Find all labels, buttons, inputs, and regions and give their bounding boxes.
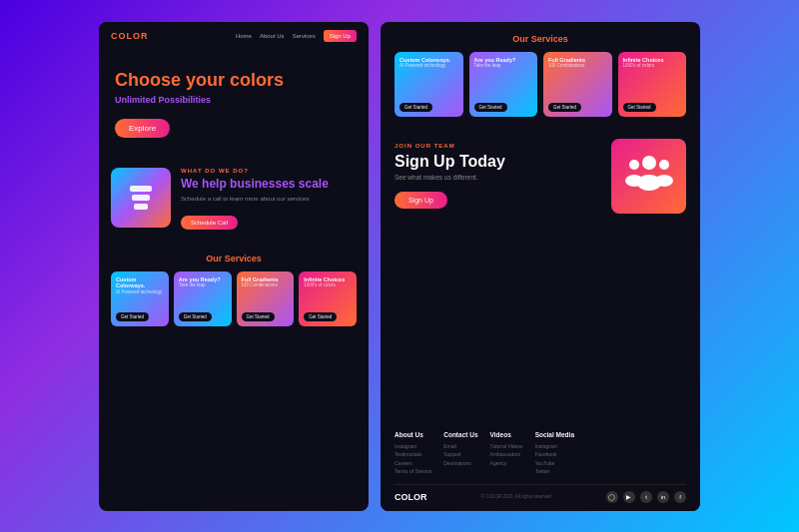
footer-bottom: COLOR © COLOR 2023. All rights reserved.…: [395, 484, 686, 503]
hero-section: Choose your colors Unlimited Possibiliti…: [99, 50, 369, 155]
service-card-4: Infinite Choices 1000's of colors Get St…: [299, 271, 357, 326]
sc4-btn[interactable]: Get Started: [304, 312, 337, 321]
footer-videos-item-1[interactable]: Ambassadors: [490, 450, 523, 459]
sc3-btn[interactable]: Get Started: [242, 312, 275, 321]
footer: About Us Instagram Testimonials Careers …: [381, 421, 700, 511]
what-desc: Schedule a call to learn more about our …: [181, 195, 357, 203]
footer-col-videos-title: Videos: [490, 431, 523, 438]
service-card-1: Custom Colorways. AI Powered technology …: [111, 271, 169, 326]
footer-col-contact: Contact Us Email Support Destinations: [443, 431, 477, 476]
sc2-btn[interactable]: Get Started: [179, 312, 212, 321]
scr3-btn[interactable]: Get Started: [548, 103, 581, 112]
footer-about-item-0[interactable]: Instagram: [395, 442, 431, 451]
hero-title: Choose your colors: [115, 70, 353, 92]
social-icon-3[interactable]: t: [640, 491, 652, 503]
footer-copyright: © COLOR 2023. All rights reserved.: [481, 494, 552, 499]
scr1-btn[interactable]: Get Started: [400, 103, 432, 112]
footer-col-videos: Videos Tutorial Videos Ambassadors Agenc…: [490, 431, 523, 476]
footer-contact-item-2[interactable]: Destinations: [443, 459, 477, 468]
scr4-btn[interactable]: Get Started: [623, 103, 656, 112]
svg-point-5: [655, 175, 673, 187]
stack-icon: [130, 186, 152, 210]
signup-content: JOIN OUR TEAM Sign Up Today See what mak…: [395, 143, 601, 208]
footer-cols: About Us Instagram Testimonials Careers …: [395, 431, 686, 476]
service-card-2: Are you Ready? Take the leap Get Started: [174, 271, 232, 326]
nav-home[interactable]: Home: [236, 33, 252, 39]
sc4-sub: 1000's of colors: [304, 282, 352, 287]
footer-about-item-3[interactable]: Terms of Service: [395, 467, 431, 476]
schedule-button[interactable]: Schedule Call: [181, 216, 238, 230]
stack-layer-1: [130, 186, 152, 192]
sc1-btn[interactable]: Get Started: [116, 312, 149, 321]
footer-social-item-2[interactable]: YouTube: [535, 459, 574, 468]
sc1-name: Custom Colorways.: [116, 276, 164, 289]
svg-point-3: [625, 175, 643, 187]
svg-point-0: [642, 156, 656, 170]
footer-contact-item-0[interactable]: Email: [443, 442, 477, 451]
footer-col-about-title: About Us: [395, 431, 431, 438]
footer-logo: COLOR: [395, 492, 427, 502]
signup-section: JOIN OUR TEAM Sign Up Today See what mak…: [381, 125, 700, 228]
social-icon-5[interactable]: f: [674, 491, 686, 503]
footer-about-item-2[interactable]: Careers: [395, 459, 431, 468]
what-content: WHAT DO WE DO? We help businesses scale …: [181, 168, 357, 230]
scr4-name: Infinite Choices: [623, 57, 682, 64]
services-title-left: Our Services: [111, 254, 357, 264]
nav-about[interactable]: About Us: [260, 33, 285, 39]
hero-title-colored: colors: [230, 70, 284, 90]
service-card-r4: Infinite Choices 1000's of colors Get St…: [618, 52, 687, 117]
service-card-r2: Are you Ready? Take the leap Get Started: [469, 52, 538, 117]
right-page: Our Services Custom Colorways. AI Powere…: [381, 22, 700, 511]
footer-social-item-0[interactable]: Instagram: [535, 442, 574, 451]
footer-about-item-1[interactable]: Testimonials: [395, 450, 431, 459]
scr2-sub: Take the leap: [474, 63, 533, 68]
what-title: We help businesses scale: [181, 177, 357, 191]
service-cards-left: Custom Colorways. AI Powered technology …: [111, 271, 357, 326]
stack-layer-3: [134, 204, 148, 210]
stack-layer-2: [132, 195, 150, 201]
footer-col-contact-title: Contact Us: [443, 431, 477, 438]
footer-social-item-3[interactable]: Twitter: [535, 467, 574, 476]
footer-videos-item-0[interactable]: Tutorial Videos: [490, 442, 523, 451]
service-cards-right: Custom Colorways. AI Powered technology …: [395, 52, 686, 117]
explore-button[interactable]: Explore: [115, 119, 170, 138]
signup-sub: See what makes us different.: [395, 174, 601, 181]
footer-col-social: Social Media Instagram Facebook YouTube …: [535, 431, 574, 476]
people-icon: [624, 153, 674, 200]
sc1-sub: AI Powered technology: [116, 289, 164, 294]
footer-col-social-title: Social Media: [535, 431, 574, 438]
social-icon-1[interactable]: ◯: [606, 491, 618, 503]
scr1-name: Custom Colorways.: [400, 57, 458, 64]
scr2-name: Are you Ready?: [474, 57, 533, 64]
scr3-name: Full Gradients: [548, 57, 607, 64]
nav-services[interactable]: Services: [293, 33, 316, 39]
what-icon-box: [111, 168, 171, 228]
service-card-3: Full Gradients 100 Combinations Get Star…: [237, 271, 295, 326]
sc3-name: Full Gradients: [242, 276, 290, 283]
nav-links: Home About Us Services Sign Up: [236, 30, 357, 42]
sc3-sub: 100 Combinations: [242, 282, 290, 287]
social-icon-2[interactable]: ▶: [623, 491, 635, 503]
sc4-name: Infinite Choices: [304, 276, 352, 283]
footer-col-about: About Us Instagram Testimonials Careers …: [395, 431, 431, 476]
hero-title-plain: Choose your: [115, 70, 230, 90]
social-icon-4[interactable]: in: [657, 491, 669, 503]
services-section-right: Our Services Custom Colorways. AI Powere…: [381, 22, 700, 125]
svg-point-4: [659, 160, 669, 170]
what-section: WHAT DO WE DO? We help businesses scale …: [99, 154, 369, 244]
signup-icon-box: [611, 139, 686, 214]
services-section-left: Our Services Custom Colorways. AI Powere…: [99, 244, 369, 511]
footer-contact-item-1[interactable]: Support: [443, 450, 477, 459]
services-title-right: Our Services: [395, 34, 686, 44]
signup-button[interactable]: Sign Up: [395, 192, 447, 209]
footer-social-item-1[interactable]: Facebook: [535, 450, 574, 459]
nav-signup-btn[interactable]: Sign Up: [324, 30, 357, 42]
scr2-btn[interactable]: Get Started: [474, 103, 507, 112]
signup-title: Sign Up Today: [395, 152, 601, 171]
what-tag: WHAT DO WE DO?: [181, 168, 357, 174]
navbar: COLOR Home About Us Services Sign Up: [99, 22, 369, 50]
svg-point-2: [629, 160, 639, 170]
sc2-name: Are you Ready?: [179, 276, 227, 283]
sc2-sub: Take the leap: [179, 282, 227, 287]
footer-videos-item-2[interactable]: Agency: [490, 459, 523, 468]
